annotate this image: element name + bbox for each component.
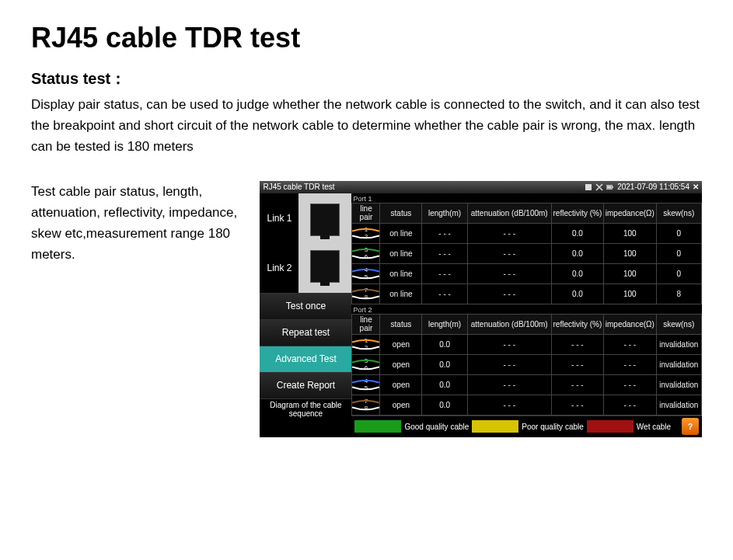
svg-rect-3 — [607, 186, 612, 188]
swatch-poor — [472, 420, 518, 433]
port2-table: line pair status length(m) attenuation (… — [351, 314, 702, 416]
legend-good-label: Good quality cable — [404, 423, 469, 431]
status-test-heading: Status test： — [31, 68, 702, 89]
link2-label: Link 2 — [267, 263, 291, 273]
device-app-title: RJ45 cable TDR test — [263, 183, 334, 191]
legend-wet-label: Wet cable — [637, 423, 671, 431]
svg-rect-0 — [585, 184, 592, 190]
col-status: status — [380, 203, 422, 223]
col-impedance: impedance(Ω) — [604, 314, 656, 334]
col-skew: skew(ns) — [656, 314, 701, 334]
table-row: 78 open0.0- - -- - -- - -invalidation — [352, 395, 702, 415]
svg-rect-2 — [613, 186, 614, 188]
table-row: 36 on line- - -- - -0.01000 — [352, 243, 702, 263]
table-row: 45 open0.0- - -- - -- - -invalidation — [352, 374, 702, 395]
port1-table: line pair status length(m) attenuation (… — [351, 203, 702, 304]
link1-label: Link 1 — [267, 213, 291, 224]
col-linepair: line pair — [352, 203, 380, 223]
advanced-test-button[interactable]: Advanced Test — [260, 346, 351, 372]
status-test-description: Display pair status, can be used to judg… — [31, 94, 702, 158]
sd-card-icon — [585, 183, 592, 191]
table-row: 45 on line- - -- - -0.01000 — [352, 263, 702, 283]
col-linepair: line pair — [352, 314, 380, 334]
legend-poor-label: Poor quality cable — [522, 423, 584, 431]
cable-quality-legend: Good quality cable Poor quality cable We… — [351, 416, 702, 437]
port1-label: Port 1 — [351, 193, 702, 203]
rj45-jack-1 — [310, 203, 340, 236]
device-screenshot: RJ45 cable TDR test 2021-07-09 11:05:54 … — [260, 181, 702, 437]
swatch-wet — [587, 420, 634, 433]
diagram-sequence-label: Diagram of the cable sequence — [260, 398, 351, 420]
port2-label: Port 2 — [351, 304, 702, 314]
col-reflectivity: reflectivity (%) — [551, 314, 603, 334]
col-length: length(m) — [422, 203, 467, 223]
col-impedance: impedance(Ω) — [604, 203, 656, 223]
col-length: length(m) — [422, 314, 467, 334]
battery-icon — [606, 183, 614, 191]
rj45-jack-diagram — [298, 193, 351, 293]
side-note: Test cable pair status, length, attenuat… — [31, 181, 260, 437]
no-signal-icon — [595, 183, 603, 191]
rj45-jack-2 — [310, 250, 340, 283]
table-row: 36 open0.0- - -- - -- - -invalidation — [352, 354, 702, 374]
table-row: 78 on line- - -- - -0.01008 — [352, 283, 702, 304]
col-reflectivity: reflectivity (%) — [551, 203, 603, 223]
table-row: 12 on line- - -- - -0.01000 — [352, 223, 702, 243]
device-statusbar: RJ45 cable TDR test 2021-07-09 11:05:54 … — [260, 181, 702, 193]
col-attenuation: attenuation (dB/100m) — [467, 203, 551, 223]
col-status: status — [380, 314, 422, 334]
swatch-good — [354, 420, 401, 433]
table-row: 12 open0.0- - -- - -- - -invalidation — [352, 334, 702, 354]
device-datetime: 2021-07-09 11:05:54 — [617, 183, 689, 191]
test-once-button[interactable]: Test once — [260, 293, 351, 319]
col-attenuation: attenuation (dB/100m) — [467, 314, 551, 334]
repeat-test-button[interactable]: Repeat test — [260, 319, 351, 346]
page-title: RJ45 cable TDR test — [31, 22, 702, 54]
close-icon[interactable]: ✕ — [693, 183, 699, 191]
create-report-button[interactable]: Create Report — [260, 372, 351, 398]
col-skew: skew(ns) — [656, 203, 701, 223]
help-icon[interactable]: ? — [682, 418, 699, 435]
